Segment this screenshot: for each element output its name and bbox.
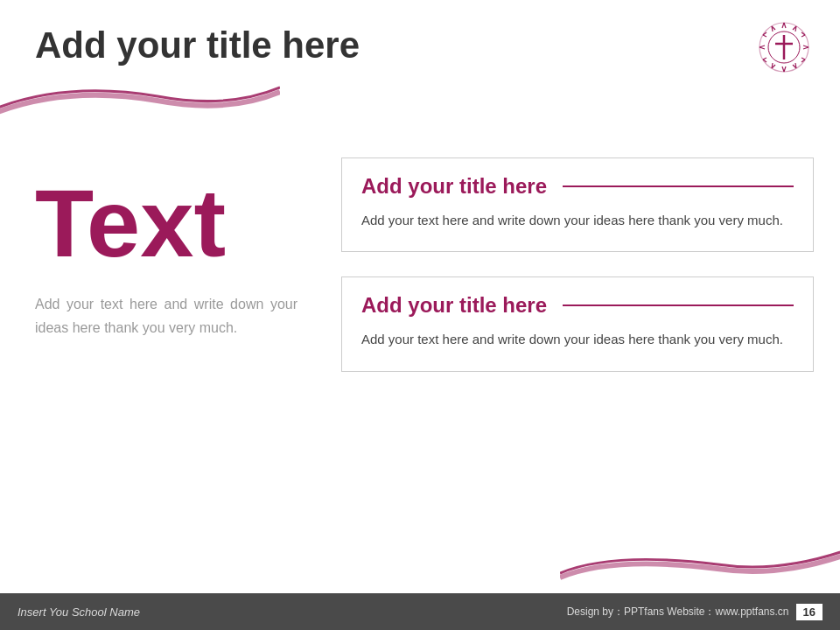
- footer: Insert You School Name Design by：PPTfans…: [0, 593, 840, 630]
- card-2: Add your title here Add your text here a…: [341, 276, 814, 371]
- footer-school-name: Insert You School Name: [18, 606, 140, 619]
- svg-line-10: [803, 47, 808, 49]
- footer-credit: Design by：PPTfans Website：www.pptfans.cn: [567, 605, 789, 620]
- card-2-title: Add your title here: [361, 293, 794, 318]
- card-1-body: Add your text here and write down your i…: [361, 209, 794, 232]
- footer-right: Design by：PPTfans Website：www.pptfans.cn…: [567, 604, 822, 620]
- main-title: Add your title here: [35, 24, 360, 66]
- svg-line-22: [760, 47, 765, 49]
- logo: [752, 16, 816, 79]
- right-content-area: Add your title here Add your text here a…: [341, 158, 814, 396]
- left-content-area: Text Add your text here and write down y…: [35, 175, 298, 340]
- swoosh-bottom-decoration: [560, 538, 840, 591]
- card-2-body: Add your text here and write down your i…: [361, 328, 794, 351]
- svg-line-4: [782, 23, 784, 28]
- page-number: 16: [796, 604, 822, 620]
- big-text-label: Text: [35, 175, 298, 271]
- slide: Add your title here Text Add your text h…: [0, 0, 840, 630]
- card-1-title: Add your title here: [361, 174, 794, 199]
- left-body-text: Add your text here and write down your i…: [35, 292, 298, 340]
- swoosh-top-decoration: [0, 70, 280, 122]
- svg-line-16: [782, 66, 784, 72]
- card-1: Add your title here Add your text here a…: [341, 158, 814, 252]
